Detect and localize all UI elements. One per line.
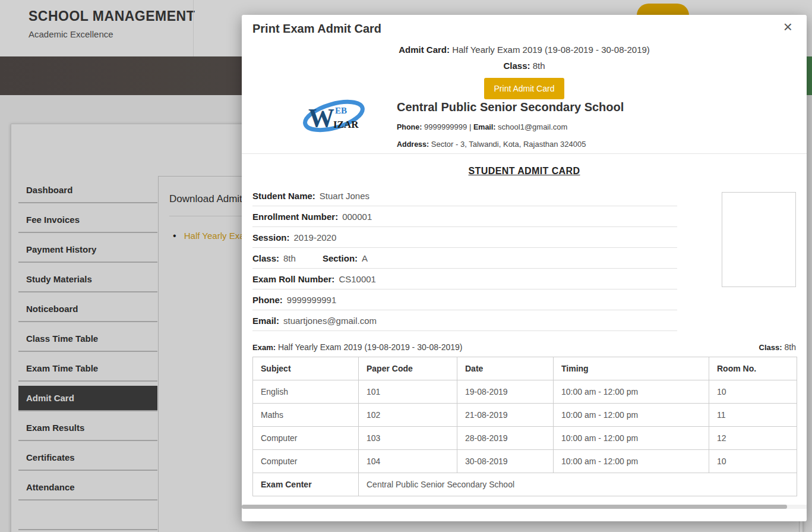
field-phone: Phone: 9999999991	[252, 289, 677, 310]
cell-date: 19-08-2019	[457, 380, 554, 404]
admit-card-label: Admit Card:	[399, 45, 450, 55]
cell-room: 10	[709, 450, 797, 473]
field-value: stuartjones@gmail.com	[283, 316, 377, 326]
column-header: Paper Code	[359, 357, 457, 380]
field-label: Enrollment Number:	[252, 212, 338, 222]
cell-paper-code: 104	[359, 450, 457, 473]
table-header-row: Subject Paper Code Date Timing Room No.	[253, 357, 797, 380]
cell-room: 10	[709, 380, 797, 404]
field-label: Class:	[252, 253, 279, 263]
field-value: A	[362, 253, 368, 263]
school-contact-line: Phone: 9999999999 | Email: school1@gmail…	[397, 122, 624, 131]
admit-card-line: Admit Card: Half Yearly Exam 2019 (19-08…	[242, 45, 807, 56]
field-enrollment-number: Enrollment Number: 000001	[252, 206, 677, 227]
cell-subject: Maths	[253, 404, 359, 427]
logo-text-izar: IZAR	[333, 119, 359, 130]
table-row: Maths 102 21-08-2019 10:00 am - 12:00 pm…	[253, 404, 797, 427]
cell-timing: 10:00 am - 12:00 pm	[554, 404, 709, 427]
logo-text-eb: EB	[335, 106, 347, 115]
exam-summary-row: Exam: Half Yearly Exam 2019 (19-08-2019 …	[252, 342, 796, 352]
field-student-name: Student Name: Stuart Jones	[252, 185, 677, 206]
cell-timing: 10:00 am - 12:00 pm	[554, 380, 709, 404]
school-info: Central Public Senior Secondary School P…	[397, 100, 624, 149]
field-exam-roll-number: Exam Roll Number: CS10001	[252, 269, 677, 289]
field-label: Student Name:	[252, 191, 315, 201]
cell-subject: Computer	[253, 450, 359, 473]
logo-letter-w: W	[308, 103, 334, 133]
admit-card-value: Half Yearly Exam 2019 (19-08-2019 - 30-0…	[452, 45, 650, 55]
cell-date: 28-08-2019	[457, 427, 554, 450]
field-value: 2019-2020	[294, 232, 337, 243]
field-value: 9999999991	[287, 295, 336, 305]
exam-center-label: Exam Center	[253, 473, 359, 496]
horizontal-scrollbar	[242, 505, 807, 509]
cell-paper-code: 102	[359, 404, 457, 427]
table-row: English 101 19-08-2019 10:00 am - 12:00 …	[253, 380, 797, 404]
school-address-line: Address: Sector - 3, Talwandi, Kota, Raj…	[397, 140, 624, 149]
field-label: Phone:	[252, 295, 283, 305]
field-email: Email: stuartjones@gmail.com	[252, 310, 677, 331]
school-name: Central Public Senior Secondary School	[397, 100, 624, 114]
exam-summary-right: Class: 8th	[759, 342, 796, 352]
cell-timing: 10:00 am - 12:00 pm	[554, 450, 709, 473]
close-icon[interactable]: ×	[780, 17, 796, 36]
cell-room: 12	[709, 427, 797, 450]
field-label: Exam Roll Number:	[252, 274, 334, 284]
class-value: 8th	[533, 61, 545, 71]
field-session: Session: 2019-2020	[252, 227, 677, 248]
school-logo: W EB IZAR	[301, 98, 366, 134]
address-label: Address:	[397, 140, 429, 149]
column-header: Date	[457, 357, 554, 380]
exam-center-value: Central Public Senior Secondary School	[359, 473, 797, 496]
student-photo-placeholder	[722, 192, 796, 287]
student-fields: Student Name: Stuart Jones Enrollment Nu…	[252, 185, 677, 331]
column-header: Subject	[253, 357, 359, 380]
exam-class-value: 8th	[785, 342, 796, 352]
field-label: Email:	[252, 316, 279, 326]
cell-date: 21-08-2019	[457, 404, 554, 427]
field-value: 8th	[283, 253, 296, 263]
table-row: Computer 103 28-08-2019 10:00 am - 12:00…	[253, 427, 797, 450]
exam-class-label: Class:	[759, 343, 782, 352]
field-label: Session:	[252, 232, 290, 243]
table-row: Computer 104 30-08-2019 10:00 am - 12:00…	[253, 450, 797, 473]
field-value: Stuart Jones	[320, 191, 369, 201]
cell-paper-code: 101	[359, 380, 457, 404]
separator: |	[469, 122, 471, 131]
modal-divider	[242, 153, 807, 154]
email-label: Email:	[473, 123, 496, 131]
cell-date: 30-08-2019	[457, 450, 554, 473]
exam-label: Exam:	[252, 343, 276, 352]
class-label: Class:	[503, 61, 530, 71]
student-admit-card-heading: STUDENT ADMIT CARD	[242, 166, 807, 177]
phone-value: 9999999999	[424, 122, 467, 131]
field-class-section: Class: 8th Section: A	[252, 248, 677, 269]
page: SCHOOL MANAGEMENT Academic Excellence Da…	[0, 0, 812, 532]
field-value: 000001	[342, 212, 372, 222]
column-header: Timing	[554, 357, 709, 380]
table-footer-row: Exam Center Central Public Senior Second…	[253, 473, 797, 496]
print-admit-card-modal: Print Exam Admit Card × Admit Card: Half…	[242, 15, 807, 521]
modal-info: Admit Card: Half Yearly Exam 2019 (19-08…	[242, 45, 807, 99]
print-admit-card-button[interactable]: Print Admit Card	[484, 78, 565, 99]
modal-title: Print Exam Admit Card	[252, 22, 381, 36]
cell-subject: English	[253, 380, 359, 404]
cell-subject: Computer	[253, 427, 359, 450]
field-label: Section:	[323, 253, 358, 263]
horizontal-scrollbar-thumb[interactable]	[242, 505, 787, 509]
cell-paper-code: 103	[359, 427, 457, 450]
email-value: school1@gmail.com	[498, 122, 567, 131]
class-line: Class: 8th	[242, 61, 807, 72]
exam-summary-left: Exam: Half Yearly Exam 2019 (19-08-2019 …	[252, 342, 462, 352]
exam-schedule-table: Subject Paper Code Date Timing Room No. …	[252, 357, 797, 496]
phone-label: Phone:	[397, 123, 422, 131]
address-value: Sector - 3, Talwandi, Kota, Rajasthan 32…	[431, 140, 586, 149]
column-header: Room No.	[709, 357, 797, 380]
cell-timing: 10:00 am - 12:00 pm	[554, 427, 709, 450]
exam-value: Half Yearly Exam 2019 (19-08-2019 - 30-0…	[278, 342, 463, 352]
cell-room: 11	[709, 404, 797, 427]
field-value: CS10001	[339, 274, 376, 284]
